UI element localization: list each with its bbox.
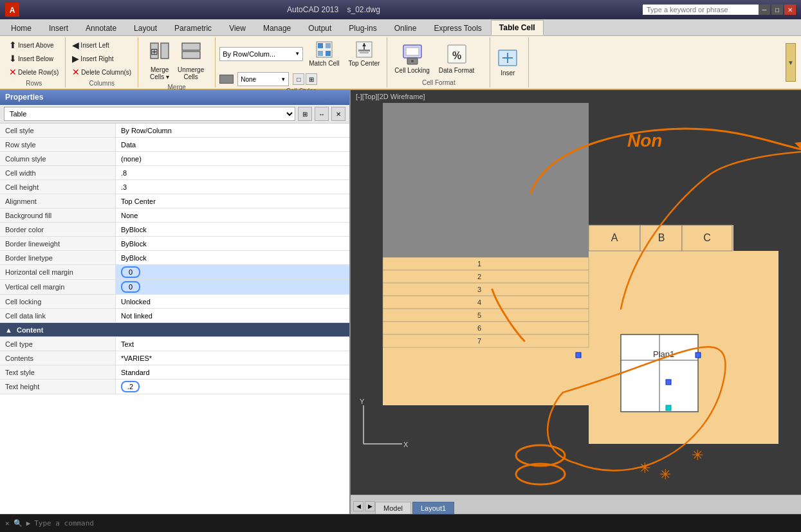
svg-rect-16 xyxy=(360,52,369,53)
prop-btn-1[interactable]: ⊞ xyxy=(298,107,312,121)
prop-val-h-margin[interactable]: 0 xyxy=(116,265,349,279)
svg-rect-31 xyxy=(640,225,682,251)
prop-val-bg-fill[interactable]: None xyxy=(116,208,349,222)
unmerge-cells-icon xyxy=(181,41,201,65)
prop-val-text-height[interactable]: .2 xyxy=(116,380,349,394)
tab-view[interactable]: View xyxy=(221,21,254,35)
data-format-button[interactable]: % .. Data Format xyxy=(436,41,478,76)
tab-model[interactable]: Model xyxy=(375,502,411,514)
prop-key-cell-height: Cell height xyxy=(0,180,116,194)
grip-blue-2[interactable] xyxy=(666,380,671,385)
tab-table-cell[interactable]: Table Cell xyxy=(491,20,544,35)
tab-home[interactable]: Home xyxy=(3,21,40,35)
delete-rows-icon: ✕ xyxy=(9,67,17,77)
insert-above-icon: ⬆ xyxy=(9,40,17,50)
maximize-button[interactable]: □ xyxy=(771,5,783,15)
tab-manage[interactable]: Manage xyxy=(255,21,299,35)
unmerge-cells-button[interactable]: Unmerge Cells xyxy=(174,39,207,82)
prop-val-border-lw[interactable]: ByBlock xyxy=(116,237,349,250)
columns-group: ◀ Insert Left ▶ Insert Right ✕ Delete Co… xyxy=(66,37,138,87)
tab-insert[interactable]: Insert xyxy=(41,21,77,35)
prop-key-text-style: Text style xyxy=(0,365,116,379)
next-tab-button[interactable]: ▶ xyxy=(365,501,375,511)
border-btn-1[interactable]: □ xyxy=(293,73,304,85)
insert-button[interactable]: Inser xyxy=(494,46,521,78)
col-c-label: C xyxy=(703,232,711,243)
svg-rect-39 xyxy=(383,296,589,309)
prop-row: Vertical cell margin 0 xyxy=(0,280,349,295)
insert-right-button[interactable]: ▶ Insert Right xyxy=(69,52,134,65)
tab-layout1[interactable]: Layout1 xyxy=(412,502,454,514)
content-section-header[interactable]: ▲ Content xyxy=(0,323,349,337)
prop-val-cell-locking[interactable]: Unlocked xyxy=(116,295,349,308)
cell-style-dropdown[interactable]: By Row/Colum... ▼ xyxy=(219,47,303,61)
prop-val-alignment[interactable]: Top Center xyxy=(116,194,349,208)
non-label: Non xyxy=(627,131,662,151)
svg-text:..: .. xyxy=(455,46,458,53)
insert-partial-group: Inser xyxy=(490,37,529,87)
tab-parametric[interactable]: Parametric xyxy=(166,21,220,35)
delete-column-button[interactable]: ✕ Delete Column(s) xyxy=(69,66,134,78)
prop-btn-2[interactable]: ↔ xyxy=(315,107,329,121)
grip-blue-1[interactable] xyxy=(576,353,581,358)
insert-left-button[interactable]: ◀ Insert Left xyxy=(69,39,134,51)
prop-val-border-lt[interactable]: ByBlock xyxy=(116,251,349,264)
search-input[interactable] xyxy=(643,5,759,15)
prop-key-cell-locking: Cell locking xyxy=(0,295,116,308)
prop-val-border-color[interactable]: ByBlock xyxy=(116,223,349,236)
prop-val-text-style[interactable]: Standard xyxy=(116,365,349,379)
merge-cells-icon: ⊞ xyxy=(149,41,170,65)
prop-val-cell-type[interactable]: Text xyxy=(116,337,349,351)
match-cell-button[interactable]: Match Cell xyxy=(306,39,342,69)
close-button[interactable]: ✕ xyxy=(784,5,796,15)
delete-rows-button[interactable]: ✕ Delete Row(s) xyxy=(6,66,61,78)
cmd-close-icon[interactable]: ✕ xyxy=(5,519,10,527)
border-btn-2[interactable]: ⊞ xyxy=(306,73,317,85)
annotation-arrow-1 xyxy=(531,129,801,193)
prop-val-row-style[interactable]: Data xyxy=(116,138,349,151)
svg-rect-35 xyxy=(383,270,589,283)
prop-val-col-style[interactable]: (none) xyxy=(116,152,349,165)
grip-cyan[interactable] xyxy=(666,405,671,410)
prop-row: Column style (none) xyxy=(0,152,349,166)
properties-title: Properties xyxy=(0,90,349,105)
star-1: ✳ xyxy=(692,447,703,463)
prop-val-cell-height[interactable]: .3 xyxy=(116,180,349,194)
properties-type-dropdown[interactable]: Table xyxy=(4,107,295,121)
tab-output[interactable]: Output xyxy=(300,21,340,35)
insert-above-button[interactable]: ⬆ Insert Above xyxy=(6,39,61,51)
insert-icon xyxy=(497,48,518,69)
tab-express-tools[interactable]: Express Tools xyxy=(425,21,490,35)
prop-val-contents[interactable]: *VARIES* xyxy=(116,351,349,365)
svg-rect-33 xyxy=(383,257,589,270)
prop-val-data-link[interactable]: Not linked xyxy=(116,309,349,322)
insert-below-button[interactable]: ⬇ Insert Below xyxy=(6,52,61,65)
prev-tab-button[interactable]: ◀ xyxy=(353,501,364,511)
grip-blue-3[interactable] xyxy=(695,353,701,358)
tab-plugins[interactable]: Plug-ins xyxy=(340,21,385,35)
data-format-icon: % .. xyxy=(445,42,468,67)
prop-val-v-margin[interactable]: 0 xyxy=(116,280,349,294)
prop-row: Text style Standard xyxy=(0,365,349,380)
svg-rect-8 xyxy=(318,43,323,48)
ribbon-expand-button[interactable]: ▼ xyxy=(786,43,796,82)
prop-row: Border color ByBlock xyxy=(0,223,349,237)
merge-cells-button[interactable]: ⊞ Merge Cells ▾ xyxy=(146,39,173,82)
cell-styles-group: By Row/Colum... ▼ Match Cell xyxy=(216,37,387,87)
prop-key-text-height: Text height xyxy=(0,380,116,394)
tab-layout[interactable]: Layout xyxy=(125,21,165,35)
tab-online[interactable]: Online xyxy=(386,21,425,35)
svg-rect-43 xyxy=(383,322,589,335)
minimize-button[interactable]: ─ xyxy=(759,5,770,15)
bottom-tabs: ◀ ▶ Model Layout1 xyxy=(351,495,801,514)
cell-bg-color-dropdown[interactable]: None ▼ xyxy=(237,72,289,86)
merge-group: ⊞ Merge Cells ▾ Unmerge Cells Merge xyxy=(138,37,216,87)
prop-btn-3[interactable]: ✕ xyxy=(331,107,345,121)
prop-val-cell-style[interactable]: By Row/Column xyxy=(116,124,349,137)
cmd-search-icon[interactable]: 🔍 xyxy=(14,519,23,527)
command-input[interactable] xyxy=(34,519,796,527)
tab-annotate[interactable]: Annotate xyxy=(77,21,125,35)
prop-val-cell-width[interactable]: .8 xyxy=(116,166,349,179)
top-center-button[interactable]: Top Center xyxy=(345,39,383,69)
cell-locking-button[interactable]: Cell Locking xyxy=(391,41,432,76)
